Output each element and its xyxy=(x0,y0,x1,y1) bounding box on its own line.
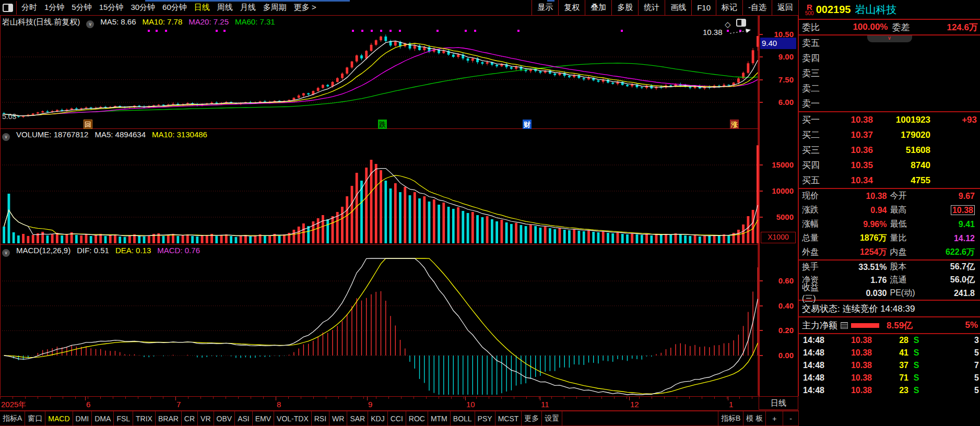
menu-button[interactable]: 多股 xyxy=(611,0,638,15)
indicator-tab[interactable]: DMI xyxy=(73,411,92,426)
split-pane-icon[interactable] xyxy=(736,19,746,27)
buy-level-row[interactable]: 买五10.344755 xyxy=(799,173,980,188)
chevron-down-icon[interactable]: ∨ xyxy=(86,20,94,28)
chevron-down-icon[interactable]: ∨ xyxy=(2,133,10,141)
menu-button[interactable]: 叠加 xyxy=(585,0,611,15)
menu-period[interactable]: 30分钟 xyxy=(131,3,155,13)
ma-label: MA20: 7.25 xyxy=(188,17,229,26)
indicator-tab[interactable]: CR xyxy=(181,411,198,426)
main-net-percent: 5% xyxy=(965,320,978,330)
indicator-tab[interactable]: CCI xyxy=(387,411,406,426)
indicator-tab[interactable]: BRAR xyxy=(155,411,182,426)
buy-level-row[interactable]: 买三10.3651608 xyxy=(799,143,980,158)
menu-button[interactable]: 画线 xyxy=(665,0,691,15)
menu-button[interactable]: 返回 xyxy=(772,0,799,15)
menu-period[interactable]: 1分钟 xyxy=(44,3,64,13)
indicator-tab[interactable]: ROC xyxy=(406,411,428,426)
tick-count: 5 xyxy=(924,386,979,395)
info-label: 流通 xyxy=(890,275,920,286)
indicator-tab[interactable]: 指标A xyxy=(0,411,25,426)
indicator-tab[interactable]: WR xyxy=(329,411,347,426)
quote-label: 最高 xyxy=(890,205,914,216)
indicator-tab[interactable]: KDJ xyxy=(368,411,387,426)
layout-icon[interactable] xyxy=(3,4,13,12)
buy-level-row[interactable]: 买二10.37179020 xyxy=(799,127,980,143)
quote-row: 外盘1254万内盘622.6万 xyxy=(799,245,980,259)
menu-period[interactable]: 周线 xyxy=(217,3,233,13)
main-net-value: 8.59亿 xyxy=(887,320,913,332)
menu-button[interactable]: -自选 xyxy=(742,0,772,15)
buy-level-row[interactable]: 买一10.381001923+93 xyxy=(799,112,980,127)
menu-button[interactable]: 统计 xyxy=(638,0,665,15)
menu-button[interactable]: F10 xyxy=(691,0,716,15)
weibi-label: 委比 xyxy=(802,21,820,33)
info-label: PE(动) xyxy=(890,288,920,299)
indicator-tab[interactable]: RSI xyxy=(311,411,329,426)
top-blue-strip-2 xyxy=(547,0,554,2)
axis-month-tick xyxy=(540,397,540,400)
volume-axis-label: 10000 xyxy=(772,186,794,195)
menu-period[interactable]: 月线 xyxy=(240,3,256,13)
axis-month-tick xyxy=(629,397,630,400)
sell-level-row[interactable]: 卖三 xyxy=(799,66,980,81)
collapse-tab[interactable]: ∨ xyxy=(867,36,912,42)
sell-level-row[interactable]: 卖四 xyxy=(799,51,980,66)
axis-month-label: 11 xyxy=(541,400,549,409)
indicator-tab[interactable]: MCST xyxy=(495,411,522,426)
tick-row: 14:4810.3871S5 xyxy=(799,372,980,384)
tick-row: 14:4810.3828S3 xyxy=(799,334,980,347)
indicator-tab[interactable]: TRIX xyxy=(133,411,156,426)
indicator-tab[interactable]: ASI xyxy=(234,411,253,426)
menu-period[interactable]: 多周期 xyxy=(263,3,287,13)
quote-label: 涨幅 xyxy=(802,219,826,230)
indicator-tab[interactable]: VOL-TDX xyxy=(274,411,312,426)
chart-canvas[interactable] xyxy=(0,16,759,396)
tick-count: 5 xyxy=(924,373,979,383)
menu-period[interactable]: 分时 xyxy=(21,3,37,13)
zoom-out-button[interactable]: - xyxy=(783,411,799,426)
axis-month-label: 1 xyxy=(729,400,733,409)
menu-period[interactable]: 60分钟 xyxy=(162,3,187,13)
macd-value: MACD: 0.76 xyxy=(157,246,200,255)
indicator-tab[interactable]: SAR xyxy=(347,411,368,426)
indicator-tab[interactable]: MTM xyxy=(428,411,451,426)
indicator-tab[interactable]: 设置 xyxy=(541,411,562,426)
menu-button[interactable]: 复权 xyxy=(558,0,585,15)
zoom-in-button[interactable]: + xyxy=(765,411,783,426)
quote-row: 总量1876万量比14.12 xyxy=(799,231,980,245)
menu-period[interactable]: 5分钟 xyxy=(72,3,91,13)
sell-level-row[interactable]: 卖一 xyxy=(799,96,980,111)
macd-dif: DIF: 0.51 xyxy=(77,246,109,255)
indicator-tab[interactable]: EMV xyxy=(252,411,274,426)
template-button[interactable]: 模 板 xyxy=(743,411,766,426)
menu-button[interactable]: 标记 xyxy=(716,0,742,15)
indicator-tab[interactable]: 更多 xyxy=(521,411,542,426)
info-rows: 换手33.51%股本56.7亿净资1.76流通56.0亿收益(三)0.030PE… xyxy=(799,261,980,300)
buy-level-row[interactable]: 买四10.358740 xyxy=(799,158,980,173)
indicator-tab[interactable]: DMA xyxy=(91,411,114,426)
indicator-tab[interactable]: FSL xyxy=(113,411,133,426)
menu-period[interactable]: 15分钟 xyxy=(99,3,124,13)
indicator-b-button[interactable]: 指标B xyxy=(718,411,743,426)
list-icon[interactable] xyxy=(841,322,848,329)
chevron-down-icon[interactable]: ∨ xyxy=(2,249,10,257)
indicator-tab[interactable]: VR xyxy=(197,411,214,426)
menu-button[interactable]: 显示 xyxy=(532,0,558,15)
diamond-icon[interactable]: ◇ xyxy=(725,20,731,29)
sell-level-row[interactable]: 卖二 xyxy=(799,81,980,96)
sell-levels: 卖五卖四卖三卖二卖一 xyxy=(799,36,980,111)
tick-volume: 28 xyxy=(872,336,908,345)
quote-label: 今开 xyxy=(890,191,914,202)
menu-period[interactable]: 更多 > xyxy=(294,3,316,13)
buy-level-volume: 8740 xyxy=(873,160,930,171)
quote-label: 外盘 xyxy=(802,247,826,258)
indicator-tab[interactable]: MACD xyxy=(45,411,73,426)
indicator-tab[interactable]: PSY xyxy=(475,411,495,426)
price-axis-label: 9.00 xyxy=(778,52,794,61)
indicator-tab[interactable]: OBV xyxy=(214,411,235,426)
tick-volume: 23 xyxy=(872,386,908,395)
indicator-tab[interactable]: 窗口 xyxy=(25,411,45,426)
indicator-tab[interactable]: BOLL xyxy=(450,411,475,426)
price-axis: 9.40 X1000 10.509.007.506.00150001000050… xyxy=(759,16,799,396)
menu-period[interactable]: 日线 xyxy=(194,3,210,13)
